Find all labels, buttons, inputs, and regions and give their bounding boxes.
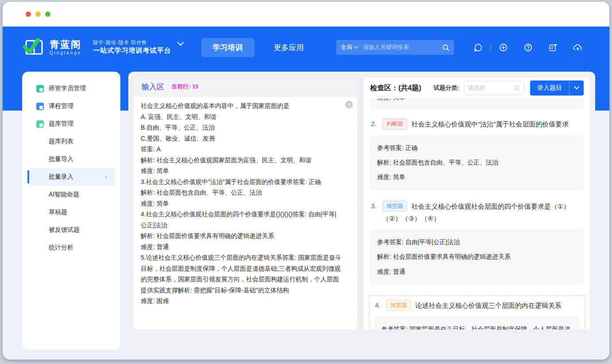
sidebar-item[interactable]: AI智能命题 xyxy=(22,186,120,203)
sidebar-item[interactable]: 课程管理 xyxy=(22,97,120,115)
enter-questions-dropdown[interactable] xyxy=(570,86,584,90)
sidebar-item[interactable]: 师资学员管理 xyxy=(22,80,120,97)
question-text: 论述社会主义核心价值观三个层面的内在逻辑关系 xyxy=(416,302,562,309)
app-logo[interactable]: 青蓝阁 Qinglange xyxy=(22,37,82,57)
editor-line: 难度: 简单 xyxy=(141,198,342,209)
editor-line: 答案: A xyxy=(141,144,342,155)
question-text: 社会主义核心价值观社会层面的四个价值要求是（①）（②）（③）（④） xyxy=(382,203,570,222)
answer-line: 解析: 社会层面包含自由、平等、公正、法治 xyxy=(377,157,577,169)
question-item[interactable]: 2.判断题社会主义核心价值观中"法治"属于社会层面的价值要求参考答案: 正确解析… xyxy=(369,117,585,192)
logo-text: 青蓝阁 Qinglange xyxy=(50,39,82,55)
current-line-label: 当前行: xyxy=(171,83,190,90)
editor-line: A. 富强、民主、文明、和谐 xyxy=(141,111,342,123)
clear-input-icon[interactable]: ✕ xyxy=(345,101,353,108)
cloud-sync-icon[interactable] xyxy=(565,43,590,52)
sidebar-item-label: 被反馈试题 xyxy=(49,226,80,234)
sidebar-item-label: 批量录入 xyxy=(49,173,73,181)
sidebar-item[interactable]: 草稿题 xyxy=(22,203,120,221)
input-panel: 输入区 当前行: 15 ✕ 社会主义核心价值观的基本内容中，属于国家层面的是A.… xyxy=(134,77,357,330)
sidebar-item-label: 师资学员管理 xyxy=(49,84,86,92)
sidebar-item-label: AI智能命题 xyxy=(49,191,79,199)
zoom-window-button[interactable] xyxy=(45,11,50,17)
question-number: 3. xyxy=(371,200,376,212)
editor-line: 难度: 困难 xyxy=(141,295,342,307)
question-item[interactable]: 4.问答题论述社会主义核心价值观三个层面的内在逻辑关系参考答案: 国家层面是奋斗… xyxy=(369,295,585,330)
minimize-window-button[interactable] xyxy=(35,11,41,17)
search-scope-select[interactable]: 全局 xyxy=(341,43,358,51)
sidebar-item-label: 统计分析 xyxy=(49,244,73,252)
sidebar-item[interactable]: 题库管理 xyxy=(22,115,120,133)
answer-line: 难度: 简单 xyxy=(377,171,577,183)
sidebar-item[interactable]: 统计分析 xyxy=(22,239,120,257)
input-panel-header: 输入区 当前行: 15 xyxy=(134,77,357,96)
search-icon[interactable] xyxy=(442,44,450,51)
question-category-label: 试题分类: xyxy=(434,84,460,92)
close-window-button[interactable] xyxy=(26,11,31,17)
message-icon[interactable] xyxy=(466,43,490,52)
plus-circle-icon[interactable] xyxy=(491,43,516,52)
question-category-select[interactable]: 请选择 xyxy=(464,81,524,95)
check-panel: 检查区：(共4题) 试题分类: 请选择 录入题目 难度: 简单 xyxy=(364,77,590,330)
enter-questions-split-button: 录入题目 xyxy=(530,80,584,96)
tagline-main: 一站式学习培训考试平台 xyxy=(93,46,171,55)
editor-line: 解析: 社会层面包含自由、平等、公正、法治 xyxy=(141,187,342,198)
panel-divider xyxy=(360,78,361,329)
check-panel-header: 检查区：(共4题) 试题分类: 请选择 录入题目 xyxy=(364,77,590,99)
chevron-down-icon xyxy=(574,86,579,90)
platform-switch-chevron-icon[interactable] xyxy=(177,40,184,48)
editor-line: 3.社会主义核心价值观中"法治"属于社会层面的价值要求答案: 正确 xyxy=(141,176,342,188)
active-indicator-bar xyxy=(27,170,29,184)
global-search[interactable]: 全局 请输入关键词搜索 xyxy=(336,40,454,55)
answer-box: 参考答案: 国家层面是奋斗目标，社会层面是制度保障，个人层面是道德基础;三者构成… xyxy=(374,316,580,330)
editor-line: 解析: 社会层面价值要求具有明确的逻辑递进关系 xyxy=(141,230,342,241)
sidebar-item[interactable]: 批量导入 xyxy=(22,150,120,168)
select-search-icon xyxy=(514,85,520,91)
sidebar-item-label: 草稿题 xyxy=(49,208,67,216)
sidebar-item[interactable]: 被反馈试题 xyxy=(22,221,120,239)
sidebar-item-label: 课程管理 xyxy=(49,102,73,110)
help-circle-icon[interactable] xyxy=(516,43,540,52)
module-icon xyxy=(36,103,44,110)
tab-active[interactable]: 学习培训 xyxy=(201,38,254,57)
question-type-badge: 填空题 xyxy=(382,201,407,212)
sidebar: 师资学员管理课程管理题库管理题库列表批量导入批量录入›AI智能命题草稿题被反馈试… xyxy=(22,72,120,350)
tagline-top: 随学·随练·随考·防作弊 xyxy=(93,39,171,46)
app-window: 青蓝阁 Qinglange 随学·随练·随考·防作弊 一站式学习培训考试平台 学… xyxy=(3,2,609,360)
editor-line: 难度: 简单 xyxy=(141,165,342,176)
answer-box: 参考答案: 自由|平等|公正|法治解析: 社会层面价值要求具有明确的逻辑递进关系… xyxy=(370,229,584,285)
enter-questions-button[interactable]: 录入题目 xyxy=(530,84,569,92)
editor-line: 解析: 社会主义核心价值观国家层面为富强、民主、文明、和谐 xyxy=(141,155,342,166)
sidebar-item[interactable]: 批量录入› xyxy=(27,168,115,186)
logo-name: 青蓝阁 xyxy=(50,39,82,50)
exam-record-icon[interactable] xyxy=(540,43,565,52)
current-line-indicator: 当前行: 15 xyxy=(171,83,198,91)
module-icon xyxy=(36,85,44,92)
logo-latin: Qinglange xyxy=(50,50,82,55)
search-scope-label: 全局 xyxy=(341,43,352,51)
search-input[interactable]: 请输入关键词搜索 xyxy=(363,43,442,51)
chevron-right-icon: › xyxy=(105,173,107,180)
input-panel-title: 输入区 xyxy=(142,82,164,92)
category-select-placeholder: 请选择 xyxy=(468,84,485,92)
editor-lines: 社会主义核心价值观的基本内容中，属于国家层面的是A. 富强、民主、文明、和谐B.… xyxy=(141,100,342,307)
question-text-editor[interactable]: ✕ 社会主义核心价值观的基本内容中，属于国家层面的是A. 富强、民主、文明、和谐… xyxy=(134,96,357,330)
traffic-lights xyxy=(26,11,50,17)
editor-line: 难度: 普通 xyxy=(141,241,342,253)
current-line-value: 15 xyxy=(192,83,198,90)
header-nav-tabs: 学习培训更多应用 xyxy=(201,38,316,57)
editor-line: 4.社会主义核心价值观社会层面的四个价值要求是()()()()答案: 自由|平等… xyxy=(141,209,342,230)
sidebar-item[interactable]: 题库列表 xyxy=(22,133,120,150)
editor-line: 社会主义核心价值观的基本内容中，属于国家层面的是 xyxy=(141,100,342,111)
header-icons xyxy=(466,43,590,52)
editor-line: B.自由、平等、公正、法治 xyxy=(141,122,342,133)
module-icon xyxy=(36,120,44,128)
check-panel-title: 检查区：(共4题) xyxy=(370,84,421,93)
tab-more[interactable]: 更多应用 xyxy=(262,38,316,57)
answer-line: 参考答案: 自由|平等|公正|法治 xyxy=(377,236,577,248)
question-type-badge: 判断题 xyxy=(382,119,407,130)
app-header: 青蓝阁 Qinglange 随学·随练·随考·防作弊 一站式学习培训考试平台 学… xyxy=(3,27,609,68)
check-list: 难度: 简单 2.判断题社会主义核心价值观中"法治"属于社会层面的价值要求参考答… xyxy=(364,99,590,330)
question-item[interactable]: 3.填空题社会主义核心价值观社会层面的四个价值要求是（①）（②）（③）（④）参考… xyxy=(369,199,585,286)
book-check-logo-icon xyxy=(22,37,45,57)
editor-line: 5.论述社会主义核心价值观三个层面的内在逻辑关系答案: 国家层面是奋斗目标，社会… xyxy=(141,252,342,295)
